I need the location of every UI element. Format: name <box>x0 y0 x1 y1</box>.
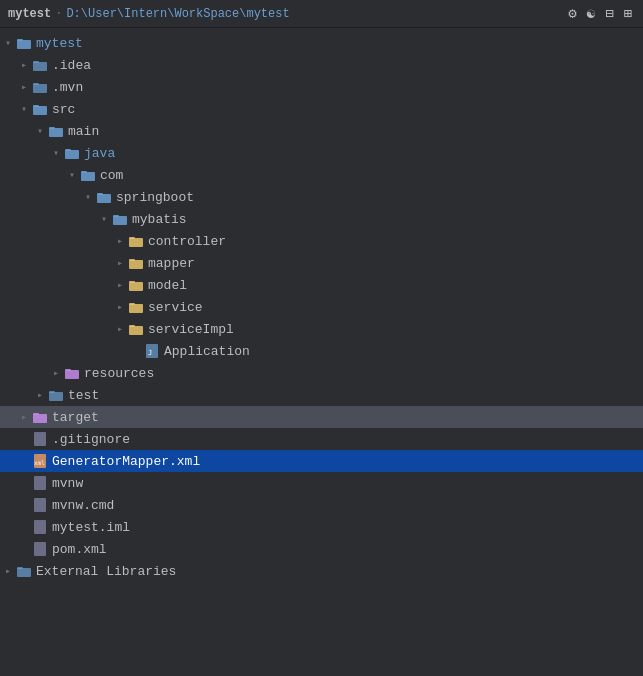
tree-arrow-closed[interactable] <box>112 235 128 247</box>
tree-arrow-closed[interactable] <box>16 59 32 71</box>
tree-item-java[interactable]: java <box>0 142 643 164</box>
tree-label: mytest.iml <box>52 520 130 535</box>
svg-rect-8 <box>49 128 63 137</box>
svg-rect-9 <box>49 127 55 129</box>
svg-rect-26 <box>129 326 143 335</box>
tree-label: Application <box>164 344 250 359</box>
tree-item-main[interactable]: main <box>0 120 643 142</box>
tree-icon-folder-open <box>48 123 68 139</box>
svg-rect-4 <box>33 84 47 93</box>
tree-item-mvnw[interactable]: mvnw <box>0 472 643 494</box>
tree-label: .mvn <box>52 80 83 95</box>
tree-label: pom.xml <box>52 542 107 557</box>
tree-icon-folder-open <box>80 167 100 183</box>
tree-arrow-closed[interactable] <box>112 323 128 335</box>
tree-arrow-closed[interactable] <box>0 565 16 577</box>
svg-rect-11 <box>65 149 71 151</box>
tree-label: test <box>68 388 99 403</box>
tree-icon-file <box>32 519 52 535</box>
svg-rect-13 <box>81 171 87 173</box>
tree-item-GeneratorMapper[interactable]: xml GeneratorMapper.xml <box>0 450 643 472</box>
tree-item-springboot[interactable]: springboot <box>0 186 643 208</box>
tree-icon-file-xml: xml <box>32 453 52 469</box>
svg-rect-41 <box>34 520 46 534</box>
tree-arrow-open[interactable] <box>80 191 96 203</box>
tree-arrow-open[interactable] <box>64 169 80 181</box>
tree-label: com <box>100 168 123 183</box>
header-icon-4[interactable]: ⊞ <box>624 5 632 22</box>
tree-arrow-closed[interactable] <box>112 279 128 291</box>
tree-item-test[interactable]: test <box>0 384 643 406</box>
tree-item-mytest_iml[interactable]: mytest.iml <box>0 516 643 538</box>
tree-arrow-closed[interactable] <box>16 411 32 423</box>
tree-item-target[interactable]: target <box>0 406 643 428</box>
tree-item-model[interactable]: model <box>0 274 643 296</box>
tree-item-mvn[interactable]: .mvn <box>0 76 643 98</box>
tree-icon-folder-closed-yellow <box>128 321 148 337</box>
tree-label: mybatis <box>132 212 187 227</box>
tree-item-pom[interactable]: pom.xml <box>0 538 643 560</box>
svg-rect-19 <box>129 237 135 239</box>
tree-item-controller[interactable]: controller <box>0 230 643 252</box>
tree-label: mvnw <box>52 476 83 491</box>
tree-arrow-closed[interactable] <box>48 367 64 379</box>
svg-rect-42 <box>34 542 46 556</box>
tree-arrow-closed[interactable] <box>112 257 128 269</box>
svg-rect-22 <box>129 282 143 291</box>
svg-rect-1 <box>17 39 23 41</box>
tree-icon-folder-closed <box>16 563 36 579</box>
svg-rect-0 <box>17 40 31 49</box>
tree-icon-file <box>32 497 52 513</box>
tree-arrow-closed[interactable] <box>16 81 32 93</box>
svg-rect-44 <box>17 567 23 569</box>
svg-rect-6 <box>33 106 47 115</box>
svg-rect-43 <box>17 568 31 577</box>
tree-item-com[interactable]: com <box>0 164 643 186</box>
tree-icon-file-java: J <box>144 343 164 359</box>
tree-item-idea[interactable]: .idea <box>0 54 643 76</box>
tree-item-mvnwcmd[interactable]: mvnw.cmd <box>0 494 643 516</box>
tree-item-mytest[interactable]: mytest <box>0 32 643 54</box>
tree-label: model <box>148 278 187 293</box>
svg-rect-30 <box>65 370 79 379</box>
tree-arrow-open[interactable] <box>32 125 48 137</box>
tree-item-resources[interactable]: resources <box>0 362 643 384</box>
tree-icon-folder-closed <box>48 387 68 403</box>
svg-text:xml: xml <box>34 459 45 466</box>
svg-rect-35 <box>33 413 39 415</box>
header-icon-3[interactable]: ⊟ <box>605 5 613 22</box>
tree-arrow-open[interactable] <box>0 37 16 49</box>
svg-rect-24 <box>129 304 143 313</box>
tree-icon-folder-closed-yellow <box>128 299 148 315</box>
tree-item-ExternalLibraries[interactable]: External Libraries <box>0 560 643 582</box>
tree-icon-folder-closed <box>32 57 52 73</box>
svg-rect-16 <box>113 216 127 225</box>
tree-item-gitignore[interactable]: .gitignore <box>0 428 643 450</box>
tree-icon-folder-open <box>64 145 84 161</box>
tree-label: java <box>84 146 115 161</box>
header-icon-1[interactable]: ⚙ <box>568 5 576 22</box>
svg-rect-10 <box>65 150 79 159</box>
tree-icon-folder-closed-yellow <box>128 233 148 249</box>
tree-arrow-closed[interactable] <box>32 389 48 401</box>
svg-rect-36 <box>34 432 46 446</box>
tree-item-mybatis[interactable]: mybatis <box>0 208 643 230</box>
tree-icon-folder-closed-yellow <box>128 255 148 271</box>
header-path-separator: · <box>55 7 62 21</box>
tree-label: resources <box>84 366 154 381</box>
tree-item-serviceImpl[interactable]: serviceImpl <box>0 318 643 340</box>
svg-rect-5 <box>33 83 39 85</box>
tree-arrow-open[interactable] <box>16 103 32 115</box>
tree-label: mapper <box>148 256 195 271</box>
tree-arrow-open[interactable] <box>96 213 112 225</box>
header-icon-2[interactable]: ☯ <box>587 5 595 22</box>
tree-item-mapper[interactable]: mapper <box>0 252 643 274</box>
tree-label: main <box>68 124 99 139</box>
svg-rect-39 <box>34 476 46 490</box>
tree-arrow-open[interactable] <box>48 147 64 159</box>
tree-icon-folder-closed-yellow <box>128 277 148 293</box>
tree-item-Application[interactable]: J Application <box>0 340 643 362</box>
tree-item-src[interactable]: src <box>0 98 643 120</box>
tree-item-service[interactable]: service <box>0 296 643 318</box>
tree-arrow-closed[interactable] <box>112 301 128 313</box>
